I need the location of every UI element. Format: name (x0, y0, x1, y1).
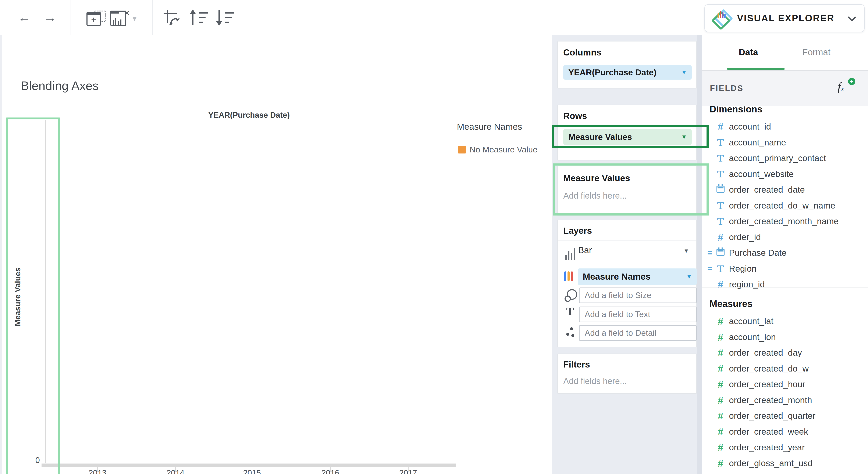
mini-bar (120, 20, 121, 25)
left-edge-strip (0, 35, 2, 474)
legend-item[interactable]: No Measure Value (458, 145, 537, 154)
field-item-dimension[interactable]: #order_id (702, 230, 868, 244)
field-item-dimension[interactable]: Taccount_primary_contact (702, 151, 868, 165)
detail-icon (565, 327, 577, 338)
toolbar-divider (152, 0, 153, 35)
mark-type-value[interactable]: Bar (578, 245, 592, 255)
field-label: order_created_date (729, 185, 805, 195)
field-label: Purchase Date (729, 248, 786, 258)
field-label: Region (729, 264, 756, 274)
toolbar: ← → + × ▼ (0, 0, 868, 35)
field-label: region_id (729, 279, 765, 290)
remove-chart-icon[interactable]: × (110, 11, 128, 26)
columns-pill[interactable]: YEAR(Purchase Date) ▼ (563, 65, 692, 79)
field-item-measure[interactable]: #account_lon (702, 330, 868, 344)
text-type-icon: T (715, 215, 726, 227)
mark-type-caret-icon[interactable]: ▼ (683, 248, 689, 254)
app-switcher-button[interactable]: VISUAL EXPLORER (704, 4, 865, 32)
field-item-measure[interactable]: #order_created_hour (702, 377, 868, 391)
mini-bar (118, 21, 119, 25)
legend-swatch-icon (458, 146, 466, 154)
field-item-measure[interactable]: #order_created_quarter (702, 409, 868, 423)
text-type-icon: T (715, 200, 726, 211)
sort-ascending-icon[interactable] (188, 8, 209, 28)
text-field-input[interactable]: Add a field to Text (579, 307, 697, 322)
detail-field-input[interactable]: Add a field to Detail (579, 325, 697, 341)
measure-values-placeholder[interactable]: Add fields here... (563, 191, 627, 201)
field-label: order_created_quarter (729, 411, 815, 421)
page-title: Blending Axes (21, 78, 99, 93)
number-icon: # (715, 315, 726, 327)
field-item-dimension[interactable]: #region_id (702, 277, 868, 291)
tab-data[interactable]: Data (739, 47, 758, 57)
rows-title: Rows (563, 111, 587, 121)
chart-type-caret-icon[interactable]: ▼ (131, 15, 138, 23)
field-label: order_created_week (729, 427, 808, 437)
field-label: account_website (729, 169, 794, 179)
field-item-dimension[interactable]: =Purchase Date (702, 246, 868, 260)
add-chart-icon[interactable]: + (87, 10, 105, 26)
tab-format[interactable]: Format (802, 47, 831, 57)
field-item-dimension[interactable]: Torder_created_do_w_name (702, 199, 868, 212)
pill-caret-icon[interactable]: ▼ (681, 134, 687, 140)
layers-title: Layers (563, 226, 592, 236)
calendar-icon (715, 249, 726, 257)
legend-item-label: No Measure Value (470, 145, 537, 154)
field-item-measure[interactable]: #order_created_day (702, 346, 868, 360)
field-item-dimension[interactable]: Taccount_name (702, 135, 868, 149)
field-item-measure[interactable]: #order_created_week (702, 425, 868, 439)
field-item-measure[interactable]: #order_created_month (702, 393, 868, 407)
field-label: order_created_do_w_name (729, 201, 835, 211)
text-placeholder: Add a field to Text (585, 310, 650, 319)
add-chart-plus: + (87, 12, 101, 26)
color-by-icon (564, 271, 573, 281)
color-pill-label: Measure Names (583, 272, 651, 282)
field-item-measure[interactable]: #order_gloss_amt_usd (702, 456, 868, 470)
text-icon: T (566, 305, 574, 318)
number-icon: # (715, 231, 726, 243)
add-formula-icon[interactable]: fx + (837, 79, 855, 97)
size-field-input[interactable]: Add a field to Size (579, 287, 697, 303)
sort-descending-icon[interactable] (214, 8, 235, 28)
back-icon[interactable]: ← (18, 9, 31, 26)
number-icon: # (715, 363, 726, 374)
number-icon: # (715, 347, 726, 359)
plus-badge-icon: + (848, 78, 855, 85)
filters-placeholder[interactable]: Add fields here... (563, 376, 627, 386)
field-item-dimension[interactable]: Taccount_website (702, 167, 868, 181)
x-tick-label: 2016 (311, 469, 349, 474)
measures-section-title: Measures (710, 299, 752, 309)
field-item-dimension[interactable]: =TRegion (702, 262, 868, 276)
field-item-dimension[interactable]: Torder_created_month_name (702, 214, 868, 228)
size-placeholder: Add a field to Size (585, 291, 651, 300)
measure-values-shelf: Measure Values Add fields here... (557, 166, 697, 216)
field-item-dimension[interactable]: #account_id (702, 120, 868, 134)
field-item-measure[interactable]: #order_created_do_w (702, 362, 868, 376)
legend-title: Measure Names (457, 122, 522, 132)
pill-caret-icon[interactable]: ▼ (686, 273, 692, 280)
section-divider (702, 287, 868, 287)
x-tick-label: 2015 (233, 469, 271, 474)
forward-icon[interactable]: → (43, 9, 56, 26)
field-label: account_primary_contact (729, 153, 826, 163)
text-type-icon: T (715, 137, 726, 148)
field-item-measure[interactable]: #order_created_year (702, 440, 868, 454)
mini-bar (115, 18, 116, 25)
columns-title: Columns (563, 47, 601, 58)
number-icon: # (715, 121, 726, 133)
swap-axes-icon[interactable] (163, 8, 183, 28)
color-pill[interactable]: Measure Names ▼ (578, 268, 697, 285)
measure-values-title: Measure Values (563, 173, 630, 183)
field-item-measure[interactable]: #account_lat (702, 314, 868, 328)
pill-caret-icon[interactable]: ▼ (681, 69, 687, 76)
x-axis-title[interactable]: YEAR(Purchase Date) (196, 111, 302, 120)
x-mark: × (125, 8, 129, 18)
text-type-icon: T (715, 168, 726, 180)
chevron-down-icon (848, 13, 856, 22)
rows-pill[interactable]: Measure Values ▼ (563, 129, 692, 145)
field-item-dimension[interactable]: order_created_date (702, 183, 868, 197)
scrollbar-track[interactable] (697, 35, 702, 474)
visual-explorer-app: ← → + × ▼ (0, 0, 868, 474)
chart-canvas: Blending Axes YEAR(Purchase Date) Measur… (0, 35, 552, 474)
field-label: order_created_month (729, 395, 812, 405)
